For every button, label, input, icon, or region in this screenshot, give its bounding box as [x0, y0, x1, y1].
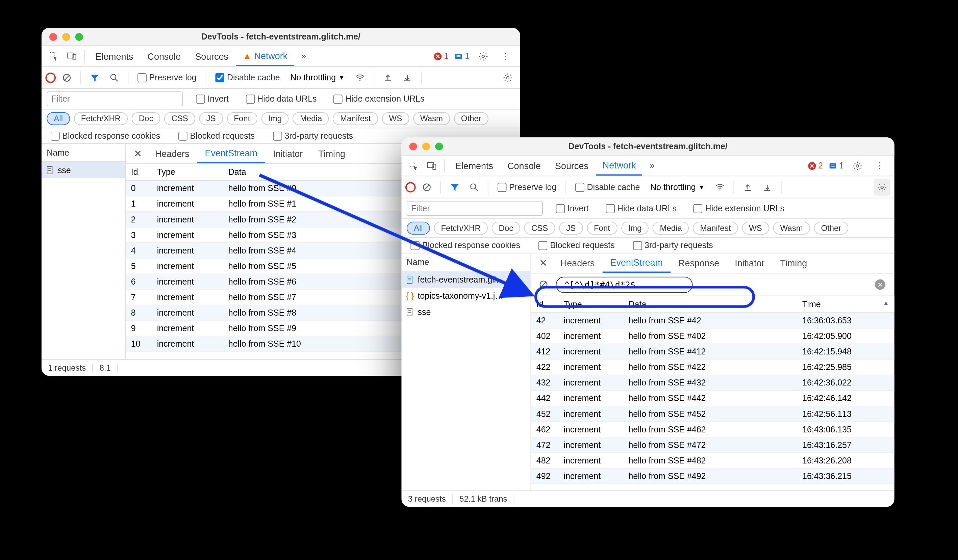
- throttling-select[interactable]: No throttling ▼: [647, 182, 709, 192]
- subtab-headers[interactable]: Headers: [147, 144, 197, 163]
- download-icon[interactable]: [399, 69, 416, 86]
- chip-fetch-xhr[interactable]: Fetch/XHR: [74, 112, 128, 125]
- chip-js[interactable]: JS: [559, 222, 583, 234]
- request-item-topics[interactable]: { } topics-taxonomy-v1.j…: [401, 288, 530, 304]
- chip-wasm[interactable]: Wasm: [413, 112, 450, 125]
- chip-other[interactable]: Other: [454, 112, 489, 125]
- disable-cache-checkbox[interactable]: Disable cache: [571, 182, 644, 192]
- tab-console[interactable]: Console: [141, 47, 187, 65]
- more-tabs-icon[interactable]: »: [295, 47, 312, 65]
- table-row[interactable]: 412incrementhello from SSE #41216:42:15.…: [531, 344, 894, 359]
- table-row[interactable]: 472incrementhello from SSE #47216:43:16.…: [531, 437, 894, 452]
- chip-wasm[interactable]: Wasm: [773, 222, 810, 234]
- disable-cache-checkbox[interactable]: Disable cache: [211, 73, 284, 82]
- throttling-select[interactable]: No throttling ▼: [287, 73, 349, 82]
- minimize-window[interactable]: [422, 142, 430, 150]
- name-column-header[interactable]: Name: [401, 253, 530, 272]
- chip-all[interactable]: All: [407, 222, 430, 234]
- tab-network[interactable]: ▲Network: [236, 46, 294, 66]
- blocked-requests-checkbox[interactable]: Blocked requests: [535, 240, 619, 250]
- chip-ws[interactable]: WS: [382, 112, 409, 125]
- close-window[interactable]: [49, 33, 57, 41]
- record-button[interactable]: [405, 182, 416, 192]
- chip-ws[interactable]: WS: [742, 222, 769, 234]
- filter-toggle-icon[interactable]: [446, 179, 463, 195]
- close-detail-icon[interactable]: ✕: [534, 255, 553, 272]
- chip-js[interactable]: JS: [199, 112, 223, 125]
- blocked-cookies-checkbox[interactable]: Blocked response cookies: [407, 240, 524, 250]
- network-settings-icon[interactable]: [499, 69, 516, 86]
- chip-doc[interactable]: Doc: [492, 222, 520, 234]
- table-row[interactable]: 432incrementhello from SSE #43216:42:36.…: [531, 375, 894, 391]
- chip-css[interactable]: CSS: [164, 112, 195, 125]
- subtab-timing[interactable]: Timing: [772, 254, 815, 272]
- request-item-sse[interactable]: sse: [41, 162, 125, 178]
- chip-other[interactable]: Other: [814, 222, 848, 234]
- settings-icon[interactable]: [474, 47, 492, 65]
- settings-icon[interactable]: [849, 157, 866, 174]
- minimize-window[interactable]: [62, 33, 70, 41]
- chip-doc[interactable]: Doc: [132, 112, 160, 125]
- subtab-timing[interactable]: Timing: [311, 144, 353, 163]
- upload-icon[interactable]: [379, 69, 396, 86]
- invert-checkbox[interactable]: Invert: [552, 204, 593, 214]
- search-icon[interactable]: [466, 179, 483, 195]
- clear-icon[interactable]: [418, 179, 435, 195]
- tab-network[interactable]: Network: [596, 156, 642, 176]
- chip-media[interactable]: Media: [293, 112, 329, 125]
- hide-data-urls-checkbox[interactable]: Hide data URLs: [241, 94, 320, 104]
- regex-filter-input[interactable]: [556, 277, 693, 293]
- close-window[interactable]: [409, 142, 417, 150]
- table-row[interactable]: 492incrementhello from SSE #49216:43:36.…: [531, 468, 894, 484]
- col-type[interactable]: Type: [558, 296, 623, 313]
- more-tabs-icon[interactable]: »: [644, 157, 661, 174]
- record-button[interactable]: [45, 72, 56, 83]
- preserve-log-checkbox[interactable]: Preserve log: [493, 182, 560, 192]
- error-count[interactable]: 1: [433, 51, 449, 61]
- chip-css[interactable]: CSS: [524, 222, 555, 234]
- network-settings-icon[interactable]: [874, 179, 890, 195]
- clear-icon[interactable]: [59, 69, 75, 86]
- third-party-checkbox[interactable]: 3rd-party requests: [269, 131, 357, 141]
- zoom-window[interactable]: [435, 142, 443, 150]
- table-row[interactable]: 402incrementhello from SSE #40216:42:05.…: [531, 328, 894, 343]
- subtab-response[interactable]: Response: [671, 254, 727, 272]
- filter-input[interactable]: [407, 201, 543, 216]
- table-row[interactable]: 442incrementhello from SSE #44216:42:46.…: [531, 391, 894, 406]
- third-party-checkbox[interactable]: 3rd-party requests: [629, 240, 717, 250]
- request-item-sse[interactable]: sse: [401, 304, 530, 320]
- kebab-icon[interactable]: ⋮: [497, 47, 514, 65]
- issues-count[interactable]: 1: [828, 161, 844, 171]
- blocked-requests-checkbox[interactable]: Blocked requests: [174, 131, 259, 141]
- subtab-eventstream[interactable]: EventStream: [197, 144, 265, 163]
- chip-fetch-xhr[interactable]: Fetch/XHR: [434, 222, 488, 234]
- subtab-eventstream[interactable]: EventStream: [603, 253, 671, 273]
- preserve-log-checkbox[interactable]: Preserve log: [134, 73, 201, 82]
- clear-filter-icon[interactable]: ✕: [875, 280, 885, 290]
- issues-count[interactable]: 1: [454, 51, 470, 61]
- col-id[interactable]: Id: [531, 296, 558, 313]
- tab-sources[interactable]: Sources: [189, 47, 235, 65]
- inspect-icon[interactable]: [405, 157, 422, 174]
- chip-media[interactable]: Media: [653, 222, 689, 234]
- wifi-icon[interactable]: [351, 69, 368, 86]
- kebab-icon[interactable]: ⋮: [871, 157, 888, 174]
- subtab-initiator[interactable]: Initiator: [727, 254, 772, 272]
- table-row[interactable]: 422incrementhello from SSE #42216:42:25.…: [531, 359, 894, 375]
- chip-font[interactable]: Font: [227, 112, 257, 125]
- col-type[interactable]: Type: [152, 164, 223, 180]
- tab-elements[interactable]: Elements: [449, 157, 500, 175]
- col-time[interactable]: Time▲: [797, 296, 895, 313]
- hide-extension-urls-checkbox[interactable]: Hide extension URLs: [690, 204, 788, 214]
- chip-manifest[interactable]: Manifest: [333, 112, 378, 125]
- inspect-icon[interactable]: [45, 47, 62, 65]
- col-data[interactable]: Data: [623, 296, 797, 313]
- search-icon[interactable]: [106, 69, 123, 86]
- col-id[interactable]: Id: [126, 164, 152, 180]
- hide-data-urls-checkbox[interactable]: Hide data URLs: [602, 204, 680, 214]
- device-toggle-icon[interactable]: [63, 47, 80, 65]
- tab-sources[interactable]: Sources: [549, 157, 595, 175]
- subtab-initiator[interactable]: Initiator: [265, 144, 311, 163]
- invert-checkbox[interactable]: Invert: [192, 94, 232, 104]
- chip-img[interactable]: Img: [261, 112, 289, 125]
